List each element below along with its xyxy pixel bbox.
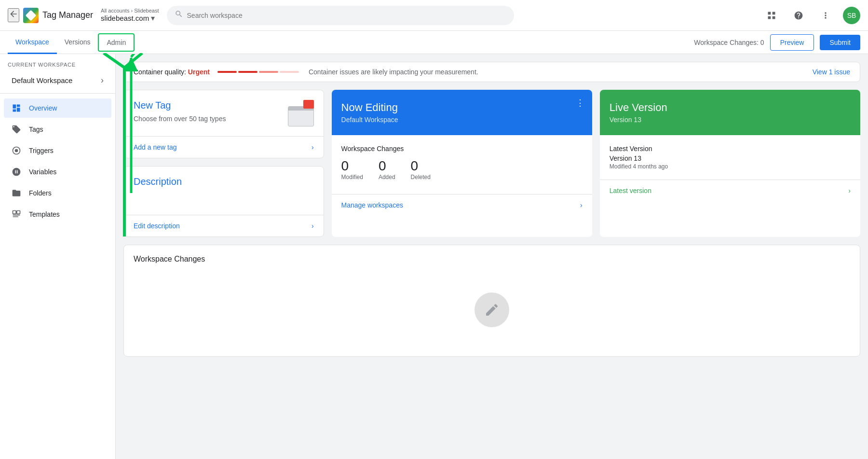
workspace-changes-count: Workspace Changes: 0 <box>694 39 764 46</box>
nav-tabs: Workspace Versions Admin Workspace Chang… <box>0 31 868 54</box>
sidebar-item-triggers[interactable]: Triggers <box>4 141 111 160</box>
description-card-body: Description <box>124 167 324 215</box>
templates-label: Templates <box>29 210 60 218</box>
workspace-selector[interactable]: Default Workspace › <box>4 71 111 89</box>
alert-banner: Container quality: Urgent Container issu… <box>123 62 860 82</box>
header-actions: SB <box>762 6 860 25</box>
folders-label: Folders <box>29 189 52 197</box>
view-issue-button[interactable]: View 1 issue <box>813 68 850 76</box>
empty-state-icon <box>475 292 509 327</box>
template-icon <box>12 209 21 219</box>
workspace-changes-section: Workspace Changes <box>123 245 860 357</box>
now-editing-label: Now Editing <box>341 101 583 114</box>
manage-workspaces-link[interactable]: Manage workspaces › <box>332 194 592 216</box>
svg-rect-4 <box>13 215 20 216</box>
app-logo <box>23 8 39 23</box>
help-icon-button[interactable] <box>789 6 808 25</box>
tab-workspace[interactable]: Workspace <box>8 31 57 54</box>
search-icon <box>175 10 183 21</box>
tab-admin[interactable]: Admin <box>98 33 135 52</box>
workspace-chevron-icon: › <box>101 75 104 85</box>
cards-row: New Tag Choose from over 50 tag types <box>123 90 860 237</box>
variable-icon <box>12 167 21 177</box>
account-path: All accounts › Slidebeast <box>101 8 159 14</box>
quality-progress-bars <box>217 71 299 73</box>
more-options-icon-button[interactable] <box>816 6 835 25</box>
preview-button[interactable]: Preview <box>770 34 814 51</box>
tags-label: Tags <box>29 125 43 133</box>
main-content: Container quality: Urgent Container issu… <box>116 54 868 459</box>
quality-label: Container quality: Urgent <box>134 68 210 76</box>
changes-stats: 0 Modified 0 Added 0 Deleted <box>341 158 583 181</box>
added-count: 0 <box>379 158 395 174</box>
dropdown-arrow-icon: ▾ <box>151 14 155 23</box>
new-tag-title: New Tag <box>134 100 226 111</box>
latest-version-number: Version 13 <box>610 154 851 162</box>
user-avatar[interactable]: SB <box>843 7 860 24</box>
edit-description-link[interactable]: Edit description › <box>124 215 324 236</box>
account-name-dropdown[interactable]: slidebeast.com ▾ <box>101 14 159 23</box>
live-version-number: Version 13 <box>610 116 851 124</box>
new-tag-text: New Tag Choose from over 50 tag types <box>134 100 226 123</box>
edit-desc-chevron-icon: › <box>312 222 314 230</box>
svg-line-8 <box>131 54 154 57</box>
search-input[interactable] <box>187 12 506 19</box>
now-editing-header: ⋮ Now Editing Default Workspace <box>332 90 592 135</box>
progress-bar-1 <box>217 71 237 73</box>
live-version-title: Live Version <box>610 101 851 114</box>
now-editing-more-icon[interactable]: ⋮ <box>576 97 584 108</box>
added-label: Added <box>379 174 395 181</box>
modified-label: Modified <box>341 174 363 181</box>
left-cards-column: New Tag Choose from over 50 tag types <box>123 90 324 237</box>
sidebar-item-overview[interactable]: Overview <box>4 98 111 118</box>
new-tag-description: Choose from over 50 tag types <box>134 115 226 123</box>
tab-versions[interactable]: Versions <box>57 31 98 54</box>
latest-version-chevron-icon: › <box>848 187 851 195</box>
live-version-body: Latest Version Version 13 Modified 4 mon… <box>600 135 860 180</box>
tag-icon-visual <box>280 100 314 126</box>
quality-urgent: Urgent <box>188 68 210 76</box>
main-layout: CURRENT WORKSPACE Default Workspace › Ov… <box>0 54 868 459</box>
trigger-icon <box>12 146 21 155</box>
svg-rect-2 <box>13 211 16 214</box>
back-button[interactable] <box>8 8 19 22</box>
stat-modified: 0 Modified <box>341 158 363 181</box>
workspace-changes-section-title: Workspace Changes <box>134 255 850 264</box>
grid-icon-button[interactable] <box>762 6 781 25</box>
live-version-card: Live Version Version 13 Latest Version V… <box>600 90 860 237</box>
stat-deleted: 0 Deleted <box>411 158 431 181</box>
workspace-name: Default Workspace <box>12 76 72 84</box>
now-editing-card: ⋮ Now Editing Default Workspace Workspac… <box>332 90 592 237</box>
alert-description: Container issues are likely impacting yo… <box>309 68 478 76</box>
svg-rect-3 <box>17 211 20 214</box>
new-tag-card: New Tag Choose from over 50 tag types <box>123 90 324 158</box>
svg-point-1 <box>15 149 18 153</box>
latest-version-label: Latest Version <box>610 145 851 153</box>
variables-label: Variables <box>29 168 56 176</box>
submit-button[interactable]: Submit <box>820 35 860 50</box>
progress-bar-3 <box>259 71 278 73</box>
sidebar-item-tags[interactable]: Tags <box>4 120 111 139</box>
tag-icon <box>12 125 21 134</box>
app-title: Tag Manager <box>42 10 93 20</box>
add-tag-chevron-icon: › <box>312 143 314 151</box>
latest-version-date: Modified 4 months ago <box>610 163 851 170</box>
progress-bar-2 <box>238 71 258 73</box>
latest-version-link[interactable]: Latest version › <box>600 180 860 201</box>
sidebar-item-templates[interactable]: Templates <box>4 205 111 224</box>
now-editing-changes-title: Workspace Changes <box>341 145 583 153</box>
add-new-tag-link[interactable]: Add a new tag › <box>124 136 324 158</box>
stat-added: 0 Added <box>379 158 395 181</box>
live-version-header: Live Version Version 13 <box>600 90 860 135</box>
top-header: Tag Manager All accounts › Slidebeast sl… <box>0 0 868 31</box>
svg-rect-5 <box>13 216 19 217</box>
overview-icon <box>12 103 21 113</box>
sidebar-item-variables[interactable]: Variables <box>4 162 111 181</box>
sidebar-item-folders[interactable]: Folders <box>4 183 111 203</box>
sidebar-divider <box>0 93 115 94</box>
now-editing-workspace: Default Workspace <box>341 116 583 124</box>
account-info: All accounts › Slidebeast slidebeast.com… <box>101 8 159 23</box>
sidebar: CURRENT WORKSPACE Default Workspace › Ov… <box>0 54 116 459</box>
folder-icon <box>12 188 21 198</box>
search-bar[interactable] <box>167 6 514 25</box>
